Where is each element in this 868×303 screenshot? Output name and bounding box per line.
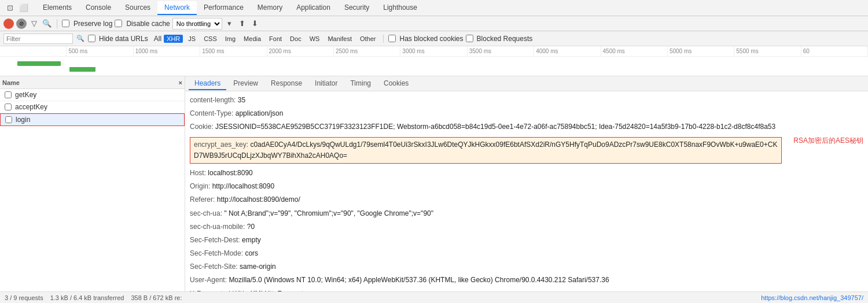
content-type-row: Content-Type: application/json [190, 107, 863, 120]
waterfall-bar-1 [17, 61, 61, 66]
host-row: Host: localhost:8090 [190, 167, 863, 180]
filter-options-icon[interactable]: 🔍 [75, 34, 86, 44]
referer-row: Referer: http://localhost:8090/demo/ [190, 193, 863, 206]
tab-sources[interactable]: Sources [118, 1, 157, 15]
name-column-header: Name [2, 79, 20, 86]
filter-doc-btn[interactable]: Doc [287, 35, 304, 43]
filter-media-btn[interactable]: Media [241, 35, 264, 43]
mark-12: 60 [801, 46, 868, 56]
filter-xhr-btn[interactable]: XHR [164, 35, 183, 43]
detail-tab-initiator[interactable]: Initiator [309, 77, 343, 90]
disable-cache-checkbox[interactable] [115, 20, 122, 27]
close-panel-btn[interactable]: × [179, 79, 182, 86]
hide-data-urls-label: Hide data URLs [99, 35, 148, 43]
request-item-getkey[interactable]: getKey [0, 89, 185, 101]
request-item-acceptkey[interactable]: acceptKey [0, 101, 185, 113]
status-transferred: 1.3 kB / 6.4 kB transferred [50, 294, 124, 301]
sec-fetch-site-row: Sec-Fetch-Site: same-origin [190, 260, 863, 274]
detail-tab-timing[interactable]: Timing [344, 77, 377, 90]
tab-network[interactable]: Network [157, 1, 197, 15]
tab-performance[interactable]: Performance [197, 1, 251, 15]
detail-content: content-length: 35 Content-Type: applica… [185, 91, 868, 303]
getkey-name: getKey [15, 91, 36, 99]
acceptkey-checkbox[interactable] [5, 104, 12, 110]
status-url: https://blog.csdn.net/hanjig_349757/ [761, 294, 863, 301]
sec-ch-ua-mobile-row: sec-ch-ua-mobile: ?0 [190, 220, 863, 234]
mark-2: 1000 ms [134, 46, 200, 56]
detail-tab-cookies[interactable]: Cookies [378, 77, 414, 90]
throttle-dropdown-icon[interactable]: ▾ [225, 19, 235, 29]
origin-row: Origin: http://localhost:8090 [190, 180, 863, 193]
tab-console[interactable]: Console [79, 1, 118, 15]
inspect-icon[interactable]: ⊡ [5, 3, 15, 13]
filter-css-btn[interactable]: CSS [201, 35, 220, 43]
sec-fetch-dest-row: Sec-Fetch-Dest: empty [190, 234, 863, 247]
login-checkbox[interactable] [5, 116, 12, 123]
tab-security[interactable]: Security [337, 1, 376, 15]
tab-memory[interactable]: Memory [251, 1, 289, 15]
search-icon[interactable]: 🔍 [42, 19, 52, 29]
detail-tab-headers[interactable]: Headers [189, 77, 226, 90]
filter-font-btn[interactable]: Font [266, 35, 285, 43]
filter-icon[interactable]: ▽ [29, 19, 39, 29]
mark-8: 4000 ms [534, 46, 601, 56]
filter-all-label[interactable]: All [154, 35, 161, 43]
tab-application[interactable]: Application [289, 1, 337, 15]
filter-img-btn[interactable]: Img [222, 35, 238, 43]
mark-9: 4500 ms [601, 46, 668, 56]
filter-separator [383, 35, 384, 43]
filter-manifest-btn[interactable]: Manifest [325, 35, 355, 43]
login-name: login [16, 116, 30, 124]
main-area: Name × getKey acceptKey login Headers Pr… [0, 76, 868, 303]
status-bar: 3 / 9 requests 1.3 kB / 6.4 kB transferr… [0, 291, 868, 303]
disable-cache-label: Disable cache [126, 20, 170, 28]
content-length-row: content-length: 35 [190, 94, 863, 107]
tab-elements[interactable]: Elements [36, 1, 79, 15]
acceptkey-name: acceptKey [15, 103, 47, 111]
sec-ch-ua-row: sec-ch-ua: " Not A;Brand";v="99", "Chrom… [190, 207, 863, 220]
stop-button[interactable]: ⊘ [16, 19, 27, 29]
devtools-icons: ⊡ ⬜ [5, 3, 29, 13]
preserve-log-checkbox[interactable] [62, 20, 69, 27]
filter-ws-btn[interactable]: WS [307, 35, 323, 43]
filter-other-btn[interactable]: Other [357, 35, 379, 43]
mark-6: 3000 ms [400, 46, 467, 56]
sec-fetch-mode-row: Sec-Fetch-Mode: cors [190, 247, 863, 260]
mark-11: 5500 ms [734, 46, 801, 56]
request-list: Name × getKey acceptKey login [0, 76, 185, 303]
preserve-log-label: Preserve log [73, 20, 112, 28]
detail-panel: Headers Preview Response Initiator Timin… [185, 76, 868, 303]
mark-0 [0, 46, 67, 56]
record-button[interactable] [3, 19, 14, 29]
blocked-requests-label: Blocked Requests [477, 35, 533, 43]
mark-10: 5000 ms [668, 46, 734, 56]
has-blocked-cookies-checkbox[interactable] [388, 35, 396, 42]
filter-input[interactable] [3, 34, 73, 44]
import-icon[interactable]: ⬆ [237, 19, 248, 29]
throttling-select[interactable]: No throttling [172, 18, 222, 29]
timeline-ruler: 500 ms 1000 ms 1500 ms 2000 ms 2500 ms 3… [0, 46, 868, 57]
has-blocked-cookies-label: Has blocked cookies [399, 35, 463, 43]
mark-5: 2500 ms [334, 46, 400, 56]
user-agent-row: User-Agent: Mozilla/5.0 (Windows NT 10.0… [190, 274, 863, 287]
detail-tab-response[interactable]: Response [265, 77, 308, 90]
hide-data-urls-checkbox[interactable] [88, 35, 95, 42]
mobile-icon[interactable]: ⬜ [19, 3, 29, 13]
filter-bar: 🔍 Hide data URLs All XHR JS CSS Img Medi… [0, 31, 868, 46]
filter-js-btn[interactable]: JS [185, 35, 198, 43]
mark-3: 1500 ms [200, 46, 267, 56]
blocked-requests-checkbox[interactable] [466, 35, 473, 42]
mark-7: 3500 ms [468, 46, 534, 56]
detail-tab-preview[interactable]: Preview [227, 77, 264, 90]
export-icon[interactable]: ⬇ [250, 19, 260, 29]
timeline-area: 500 ms 1000 ms 1500 ms 2000 ms 2500 ms 3… [0, 46, 868, 76]
tab-lighthouse[interactable]: Lighthouse [376, 1, 424, 15]
mark-4: 2000 ms [267, 46, 334, 56]
encrypt-aes-key-row: encrypt_aes_key: c0adAE0CyA4/DcLkys/9qQw… [190, 135, 863, 165]
detail-tabs: Headers Preview Response Initiator Timin… [185, 76, 868, 91]
cookie-row: Cookie: JSESSIONID=5538CAE9529B5CC3719F3… [190, 120, 863, 134]
separator-1 [57, 19, 57, 28]
getkey-checkbox[interactable] [5, 91, 12, 98]
request-item-login[interactable]: login [0, 113, 185, 126]
request-list-header: Name × [0, 76, 185, 89]
